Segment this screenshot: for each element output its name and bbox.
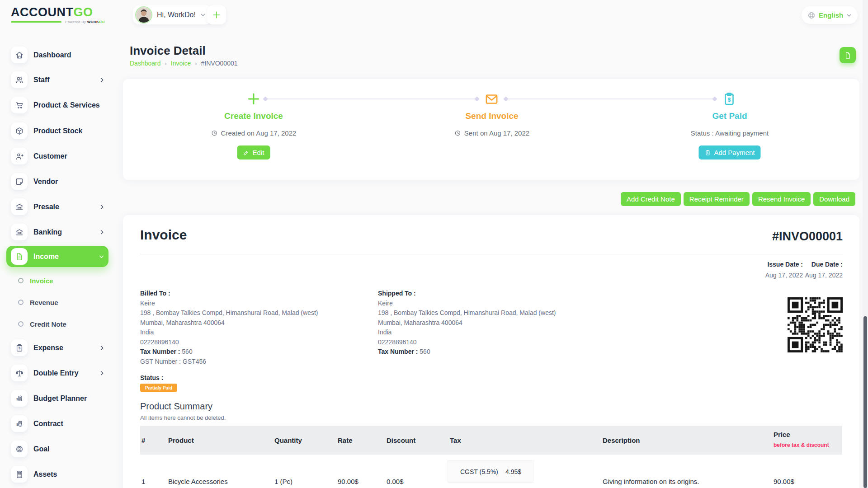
sidebar-subitem-credit-note[interactable]: Credit Note	[0, 317, 122, 331]
add-credit-note-button[interactable]: Add Credit Note	[621, 192, 681, 206]
storefront-icon	[11, 198, 28, 215]
mail-icon	[483, 90, 500, 108]
file-icon	[844, 52, 852, 59]
clock-icon	[454, 130, 461, 136]
app-root: ACCOUNTGO Powered By WORKDO Dashboard St…	[0, 0, 868, 488]
invoice-progress-card: $ Create Invoice Send Invoice Get Paid C…	[123, 79, 859, 180]
tax-subtable: CGST (5.5%) 4.95$	[448, 460, 533, 483]
chevron-right-icon	[99, 204, 105, 210]
page-title: Invoice Detail	[130, 44, 206, 58]
receipt-reminder-button[interactable]: Receipt Reminder	[684, 192, 750, 206]
row-description: Giving information on its origins.	[603, 478, 699, 485]
step-paid-meta: Status : Awaiting payment	[691, 129, 769, 137]
globe-icon	[807, 11, 816, 19]
sidebar-item-expense[interactable]: $ Expense	[0, 337, 122, 358]
step-paid-title: Get Paid	[712, 111, 747, 121]
sidebar-item-income[interactable]: Income	[6, 246, 108, 267]
step-connector	[264, 99, 478, 99]
row-price: 90.00$	[774, 478, 794, 485]
coins-icon: $	[11, 390, 28, 407]
sidebar-item-customer[interactable]: Customer	[0, 145, 122, 167]
bullet-icon	[18, 300, 24, 305]
chevron-right-icon	[99, 229, 105, 235]
table-header	[140, 426, 842, 455]
app-logo[interactable]: ACCOUNTGO Powered By WORKDO	[11, 5, 105, 24]
logo-tagline: Powered By WORKDO	[11, 20, 105, 24]
clipboard-dollar-icon: $	[11, 339, 28, 356]
bullet-icon	[18, 321, 24, 327]
preview-invoice-button[interactable]	[840, 47, 856, 63]
users-icon	[11, 71, 28, 88]
sidebar-item-dashboard[interactable]: Dashboard	[0, 44, 122, 66]
due-date: Due Date : Aug 17, 2022	[805, 261, 843, 279]
scale-icon	[11, 365, 28, 381]
chevron-down-icon	[846, 13, 852, 18]
svg-text:$: $	[16, 423, 18, 427]
resend-invoice-button[interactable]: Resend Invoice	[752, 192, 811, 206]
step-send-meta: Sent on Aug 17, 2022	[454, 129, 529, 137]
scrollbar-thumb[interactable]	[863, 316, 867, 488]
sidebar-subitem-invoice[interactable]: Invoice	[0, 274, 122, 287]
chevron-right-icon	[99, 370, 105, 376]
language-selector[interactable]: English	[802, 6, 858, 24]
sidebar-item-contract[interactable]: $ Contract	[0, 413, 122, 434]
bullet-icon	[18, 278, 24, 283]
sidebar-item-product-services[interactable]: Product & Services	[0, 94, 122, 116]
row-product: Bicycle Accessories	[168, 478, 228, 485]
target-icon	[11, 441, 28, 457]
payment-clipboard-icon: $	[721, 90, 738, 108]
col-quantity: Quantity	[274, 436, 302, 444]
chevron-down-icon	[99, 253, 104, 259]
col-rate: Rate	[338, 436, 353, 444]
coins-icon: $	[11, 415, 28, 432]
sidebar-item-staff[interactable]: Staff	[0, 69, 122, 90]
breadcrumb-separator	[195, 60, 197, 67]
sidebar-item-double-entry[interactable]: Double Entry	[0, 362, 122, 384]
download-button[interactable]: Download	[813, 192, 855, 206]
add-payment-button[interactable]: $ Add Payment	[698, 145, 760, 160]
breadcrumb-invoice[interactable]: Invoice	[171, 60, 191, 67]
sidebar-item-presale[interactable]: Presale	[0, 196, 122, 217]
row-discount: 0.00$	[387, 478, 404, 485]
billed-to-block: Billed To : Keire 198 , Bombay Talkies C…	[140, 289, 318, 366]
breadcrumb-dashboard[interactable]: Dashboard	[130, 60, 161, 67]
svg-text:$: $	[18, 346, 20, 350]
quick-add-button[interactable]	[207, 5, 226, 24]
chevron-down-icon	[200, 12, 206, 18]
payment-clipboard-icon: $	[704, 150, 711, 156]
language-label: English	[819, 11, 843, 19]
invoice-heading: Invoice	[140, 227, 187, 243]
edit-invoice-button[interactable]: Edit	[237, 145, 270, 160]
col-tax: Tax	[450, 436, 461, 444]
step-create-title: Create Invoice	[224, 111, 283, 121]
product-summary-note: All items here cannot be deleted.	[140, 414, 226, 421]
cube-icon	[11, 122, 28, 139]
sidebar-item-assets[interactable]: Assets	[0, 464, 122, 485]
breadcrumb-current: #INVO00001	[201, 60, 238, 67]
breadcrumb: Dashboard Invoice #INVO00001	[130, 60, 238, 67]
status-label: Status :	[140, 374, 163, 381]
col-price-note: before tax & discount	[774, 442, 829, 448]
logo-underline	[11, 21, 61, 23]
note-icon	[11, 173, 28, 190]
sidebar-item-banking[interactable]: Banking	[0, 221, 122, 243]
status-badge: Partialy Paid	[140, 384, 177, 392]
bank-icon	[11, 224, 28, 240]
col-product: Product	[168, 436, 194, 444]
sidebar-item-product-stock[interactable]: Product Stock	[0, 120, 122, 141]
user-plus-icon	[11, 148, 28, 164]
sidebar: ACCOUNTGO Powered By WORKDO Dashboard St…	[0, 0, 122, 488]
sidebar-item-vendor[interactable]: Vendor	[0, 171, 122, 192]
user-menu[interactable]: Hi, WorkDo!	[133, 5, 212, 24]
step-connector	[505, 99, 716, 99]
pencil-icon	[243, 150, 250, 156]
sidebar-subitem-revenue[interactable]: Revenue	[0, 296, 122, 309]
sidebar-item-goal[interactable]: Goal	[0, 438, 122, 460]
invoice-number: #INVO00001	[772, 230, 843, 244]
home-icon	[11, 47, 28, 63]
svg-text:$: $	[707, 151, 708, 154]
shipped-to-block: Shipped To : Keire 198 , Bombay Talkies …	[378, 289, 556, 357]
sidebar-item-budget-planner[interactable]: $ Budget Planner	[0, 388, 122, 409]
invoice-detail-card: Invoice #INVO00001 Issue Date : Aug 17, …	[123, 215, 859, 488]
svg-text:$: $	[16, 398, 18, 401]
